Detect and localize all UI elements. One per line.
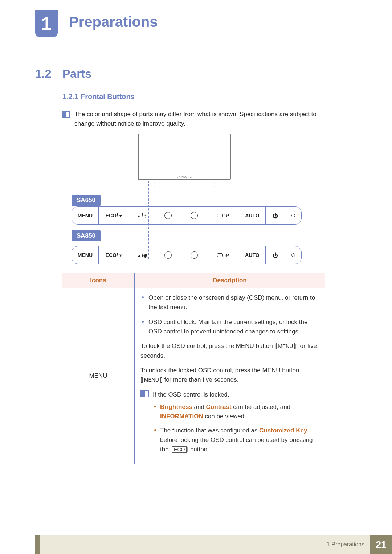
note-text: The color and shape of parts may differ … <box>74 110 336 129</box>
brightness-icon <box>143 213 148 218</box>
circle-icon <box>164 251 172 259</box>
section-title: Parts <box>62 67 91 81</box>
button-row-sa850: MENU ECO/ / / AUTO <box>72 246 302 264</box>
page-number: 21 <box>370 535 392 554</box>
blank-button <box>181 207 208 224</box>
up-brightness-button-label: / <box>130 207 155 224</box>
table-row: MENU Open or close the onscreen display … <box>62 288 325 464</box>
callout-line <box>148 181 149 204</box>
model-label-sa650: SA650 <box>72 195 101 206</box>
enter-icon <box>225 213 230 218</box>
power-icon <box>273 213 278 219</box>
chapter-title: Preparations <box>69 14 158 30</box>
circle-icon <box>291 214 295 217</box>
circle-icon <box>164 212 172 219</box>
power-icon <box>273 252 278 258</box>
paragraph: To unlock the locked OSD control, press … <box>140 366 319 385</box>
eco-key-label: ECO <box>172 446 187 453</box>
page-footer: 1 Preparations 21 <box>0 535 392 554</box>
monitor-brand-label: SAMSUNG <box>177 176 192 178</box>
table-header-description: Description <box>135 273 325 288</box>
button-description-table: Icons Description MENU Open or close the… <box>62 273 325 464</box>
note-icon <box>62 111 70 118</box>
circle-icon <box>191 212 198 219</box>
circle-icon <box>191 251 198 259</box>
sensor-icon <box>143 252 147 258</box>
triangle-up-icon <box>137 213 142 218</box>
monitor-diagram: SAMSUNG <box>138 134 231 187</box>
led-indicator <box>285 246 301 264</box>
triangle-up-icon <box>137 252 142 258</box>
subsection-heading: 1.2.1 Frontal Buttons <box>62 93 135 101</box>
triangle-down-icon <box>118 252 123 258</box>
chapter-number-badge: 1 <box>35 10 58 37</box>
blank-button <box>181 246 208 264</box>
menu-button-label: MENU <box>72 207 99 224</box>
table-cell-icon: MENU <box>62 288 135 464</box>
auto-button-label: AUTO <box>239 246 266 264</box>
blank-button <box>155 207 181 224</box>
button-row-sa650: MENU ECO/ / / AUTO <box>72 206 302 225</box>
paragraph: To lock the OSD control, press the MENU … <box>140 341 319 361</box>
note-icon <box>140 390 149 397</box>
table-cell-description: Open or close the onscreen display (OSD)… <box>135 288 325 464</box>
blank-button <box>155 246 181 264</box>
circle-icon <box>291 253 295 257</box>
eco-down-button-label: ECO/ <box>99 246 130 264</box>
menu-key-label: MENU <box>276 343 295 349</box>
menu-button-label: MENU <box>72 246 99 264</box>
list-item: OSD control lock: Maintain the current s… <box>140 317 319 337</box>
list-item: Brightness and Contrast can be adjusted,… <box>153 402 319 422</box>
triangle-down-icon <box>118 213 123 218</box>
power-button-label <box>266 246 285 264</box>
note-lead: If the OSD control is locked, <box>153 390 319 399</box>
source-enter-button-label: / <box>208 246 239 264</box>
list-item: The function that was configured as Cust… <box>153 426 319 455</box>
footer-breadcrumb: 1 Preparations <box>327 541 364 548</box>
enter-icon <box>225 252 230 258</box>
up-sensor-button-label: / <box>130 246 155 264</box>
callout-line <box>140 181 156 181</box>
led-indicator <box>285 207 301 224</box>
table-header-icons: Icons <box>62 273 135 288</box>
model-label-sa850: SA850 <box>72 230 101 241</box>
eco-down-button-label: ECO/ <box>99 207 130 224</box>
list-item: Open or close the onscreen display (OSD)… <box>140 293 319 312</box>
power-button-label <box>266 207 285 224</box>
source-enter-button-label: / <box>208 207 239 224</box>
menu-key-label: MENU <box>142 377 161 383</box>
auto-button-label: AUTO <box>239 207 266 224</box>
section-number: 1.2 <box>35 67 51 81</box>
